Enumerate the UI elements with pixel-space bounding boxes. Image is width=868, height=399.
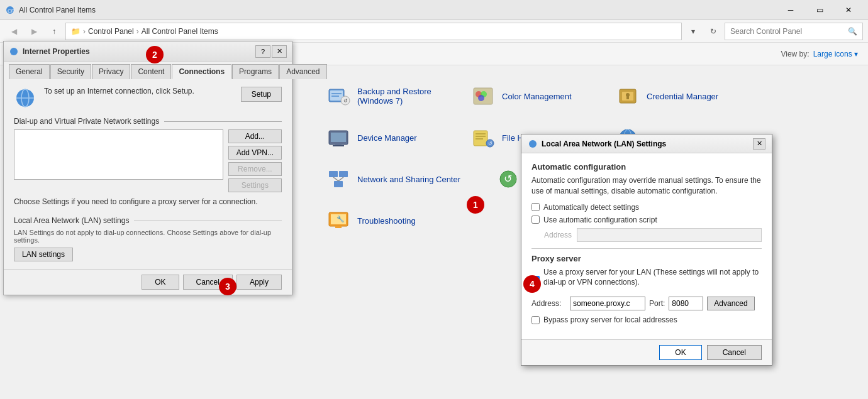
proxy-address-row: Address: Port: Advanced	[531, 297, 762, 310]
backup-icon: ↺	[326, 84, 351, 109]
back-button[interactable]: ◀	[5, 23, 23, 40]
proxy-checkbox-label: Use a proxy server for your LAN (These s…	[543, 267, 762, 288]
device-manager-label: Device Manager	[357, 133, 417, 143]
panel-item-troubleshoot[interactable]: 🔧 Troubleshooting	[321, 203, 459, 238]
titlebar: CP All Control Panel Items ─ ▭ ✕	[0, 0, 868, 20]
panel-item-device-manager[interactable]: Device Manager	[321, 120, 459, 155]
credential-icon	[615, 84, 640, 109]
section-divider	[164, 121, 282, 122]
proxy-port-input[interactable]	[669, 297, 703, 310]
auto-script-label: Use automatic configuration script	[543, 216, 657, 224]
breadcrumb-all-items[interactable]: All Control Panel Items	[142, 27, 218, 36]
maximize-button[interactable]: ▭	[805, 0, 834, 20]
svg-rect-23	[476, 138, 483, 139]
svg-rect-4	[331, 93, 342, 94]
lan-section-label: Local Area Network (LAN) settings	[14, 216, 129, 225]
panel-item-credential[interactable]: Credential Manager	[610, 79, 748, 114]
svg-rect-32	[339, 171, 348, 177]
address-row: Address	[544, 228, 762, 242]
proxy-section-title: Proxy server	[531, 254, 762, 263]
forward-button[interactable]: ▶	[25, 23, 43, 40]
tab-general[interactable]: General	[9, 64, 50, 79]
add-vpn-button[interactable]: Add VPN...	[228, 146, 282, 160]
lan-dialog-body: Automatic configuration Automatic config…	[521, 153, 772, 339]
tab-security[interactable]: Security	[50, 64, 91, 79]
breadcrumb-item[interactable]: 📁	[71, 27, 81, 36]
refresh-button[interactable]: ↻	[704, 23, 722, 40]
panel-item-backup[interactable]: ↺ Backup and Restore(Windows 7)	[321, 79, 459, 114]
color-icon	[470, 84, 496, 109]
badge-1: 1	[467, 196, 484, 214]
svg-line-35	[338, 177, 343, 181]
add-button[interactable]: Add...	[228, 129, 282, 143]
svg-point-49	[529, 140, 537, 148]
dropdown-button[interactable]: ▾	[684, 23, 702, 40]
recovery-icon: ↺	[496, 167, 521, 192]
lan-cancel-button[interactable]: Cancel	[707, 345, 762, 360]
auto-detect-checkbox[interactable]	[531, 203, 540, 211]
advanced-button[interactable]: Advanced	[707, 297, 754, 310]
svg-text:CP: CP	[8, 8, 14, 14]
vpn-connections-list[interactable]	[14, 129, 223, 180]
proxy-address-label: Address:	[531, 299, 566, 308]
internet-close-button[interactable]: ✕	[272, 45, 287, 58]
bypass-label: Bypass proxy server for local addresses	[543, 315, 677, 324]
lan-section-header: Local Area Network (LAN) settings	[14, 216, 282, 225]
svg-rect-19	[333, 145, 344, 146]
auto-script-checkbox[interactable]	[531, 216, 540, 224]
file-history-icon: ↺	[470, 125, 496, 150]
color-label: Color Management	[502, 92, 572, 101]
minimize-button[interactable]: ─	[776, 0, 805, 20]
connections-tab-body: To set up an Internet connection, click …	[4, 79, 292, 269]
settings-button[interactable]: Settings	[228, 178, 282, 192]
apply-button[interactable]: Apply	[236, 275, 282, 290]
tab-connections[interactable]: Connections	[172, 64, 231, 79]
troubleshoot-icon: 🔧	[326, 208, 351, 233]
panel-item-network[interactable]: Network and Sharing Center	[321, 161, 484, 197]
tab-bar: General Security Privacy Content Connect…	[4, 62, 292, 79]
ok-button[interactable]: OK	[142, 275, 179, 290]
proxy-address-input[interactable]	[570, 297, 645, 310]
tab-privacy[interactable]: Privacy	[92, 64, 130, 79]
tab-advanced[interactable]: Advanced	[279, 64, 326, 79]
lan-close-button[interactable]: ✕	[753, 138, 765, 150]
internet-dialog-footer: OK Cancel Apply	[4, 269, 292, 295]
address-label: Address	[544, 231, 572, 239]
setup-button[interactable]: Setup	[241, 87, 282, 102]
panel-item-color[interactable]: Color Management	[465, 79, 604, 114]
auto-config-description: Automatic configuration may override man…	[531, 175, 762, 197]
svg-line-34	[333, 177, 338, 181]
badge-2: 2	[146, 46, 164, 63]
window-title: All Control Panel Items	[19, 6, 776, 14]
tab-content[interactable]: Content	[131, 64, 171, 79]
lan-settings-button[interactable]: LAN settings	[14, 248, 73, 261]
setup-row: To set up an Internet connection, click …	[14, 87, 282, 109]
vpn-section-label: Dial-up and Virtual Private Network sett…	[14, 117, 159, 126]
auto-detect-row: Automatically detect settings	[531, 203, 762, 212]
search-input[interactable]	[730, 27, 848, 36]
view-selector[interactable]: Large icons ▾	[813, 50, 858, 58]
vpn-list	[14, 129, 223, 192]
proxy-port-label: Port:	[649, 299, 665, 308]
address-input[interactable]	[577, 228, 762, 242]
breadcrumb-control-panel[interactable]: Control Panel	[88, 27, 134, 36]
svg-text:↺: ↺	[343, 98, 348, 104]
auto-config-title: Automatic configuration	[531, 162, 762, 172]
tab-programs[interactable]: Programs	[232, 64, 279, 79]
backup-label: Backup and Restore(Windows 7)	[357, 87, 431, 106]
network-label: Network and Sharing Center	[357, 175, 460, 184]
badge-3: 3	[219, 278, 236, 295]
setup-description: To set up an Internet connection, click …	[44, 87, 233, 96]
auto-script-row: Use automatic configuration script	[531, 216, 762, 224]
up-button[interactable]: ↑	[45, 23, 63, 40]
search-icon: 🔍	[848, 27, 857, 36]
lan-dialog-title: Local Area Network (LAN) Settings	[542, 139, 753, 148]
lan-ok-button[interactable]: OK	[659, 345, 701, 360]
lan-dialog-titlebar: Local Area Network (LAN) Settings ✕	[521, 134, 772, 153]
remove-button[interactable]: Remove...	[228, 162, 282, 176]
bypass-checkbox[interactable]	[531, 316, 540, 324]
close-button[interactable]: ✕	[834, 0, 863, 20]
breadcrumb: 📁 › Control Panel › All Control Panel It…	[65, 23, 682, 40]
internet-help-button[interactable]: ?	[255, 45, 270, 58]
svg-text:↺: ↺	[504, 173, 512, 184]
